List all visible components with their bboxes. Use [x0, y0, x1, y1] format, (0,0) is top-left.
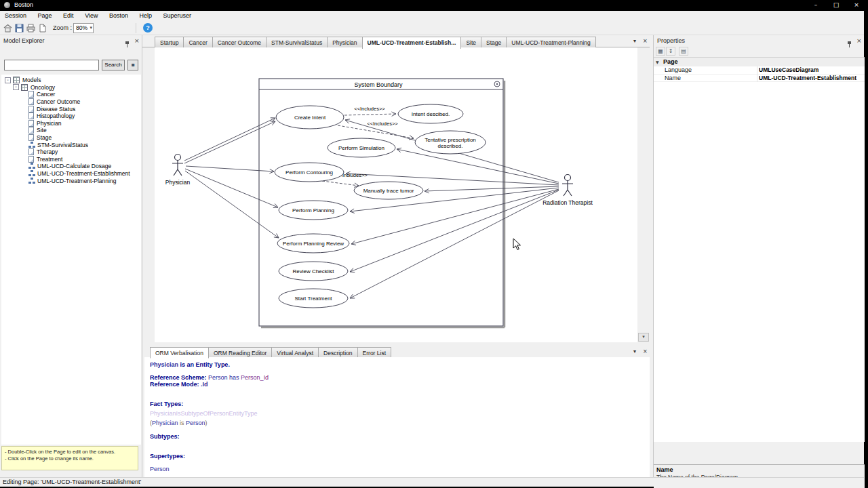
- menu-boston[interactable]: Boston: [104, 11, 133, 21]
- tree-item-histopathology[interactable]: Histopathology: [1, 113, 141, 120]
- property-row-name[interactable]: Name UML-UCD-Treatment-Establishment: [654, 75, 865, 83]
- property-value[interactable]: UML-UCD-Treatment-Establishment: [759, 75, 856, 83]
- svg-text:Intent descibed.: Intent descibed.: [412, 111, 450, 117]
- tab-overflow-icon[interactable]: ▾: [633, 38, 636, 45]
- print-icon[interactable]: [26, 23, 36, 33]
- tree-item-stm-survivalstatus[interactable]: STM-SurvivalStatus: [1, 141, 141, 148]
- tree-item-uml-ucd-calculate-dosage[interactable]: UML-UCD-Calculate Dosage: [1, 163, 141, 170]
- tree-item-cancer-outcome[interactable]: Cancer Outcome: [1, 98, 141, 106]
- tree-item-uml-ucd-treatment-planning[interactable]: UML-UCD-Treatment-Planning: [1, 177, 141, 184]
- property-value[interactable]: UMLUseCaseDiagram: [759, 66, 818, 75]
- tree-item-label: Models: [22, 77, 41, 83]
- usecase-intent-described[interactable]: Intent descibed.: [398, 104, 463, 123]
- zoom-select[interactable]: 80% ▾: [73, 23, 94, 33]
- search-options-icon[interactable]: ▪: [127, 60, 138, 70]
- tab-physician[interactable]: Physician: [327, 37, 362, 48]
- tree-item-label: Therapy: [37, 148, 58, 155]
- page-icon: [28, 91, 34, 98]
- menu-help[interactable]: Help: [135, 11, 157, 21]
- usecase-perform-simulation[interactable]: Perform Simulation: [328, 138, 395, 157]
- menu-session[interactable]: Session: [0, 11, 31, 21]
- tree-item-oncology[interactable]: -Oncology: [1, 84, 141, 92]
- search-button[interactable]: Search: [102, 60, 125, 70]
- tab-stage[interactable]: Stage: [481, 37, 507, 48]
- tab-cancer[interactable]: Cancer: [183, 37, 212, 48]
- tree-item-models[interactable]: -Models: [1, 77, 141, 84]
- collapse-icon[interactable]: -: [13, 84, 19, 90]
- usecase-perform-planning[interactable]: Perform Planning: [279, 201, 348, 220]
- canvas-scrollbar[interactable]: ▾: [637, 47, 650, 342]
- tree-item-label: Site: [37, 127, 47, 134]
- search-input[interactable]: [4, 60, 99, 70]
- svg-text:<<Includes>>: <<Includes>>: [367, 121, 398, 127]
- tab-site[interactable]: Site: [460, 37, 481, 48]
- maximize-button[interactable]: □: [827, 0, 846, 11]
- new-page-icon[interactable]: [37, 23, 47, 33]
- entity-name: Physician: [152, 420, 178, 426]
- usecase-perform-contouring[interactable]: Perform Contouring: [275, 163, 344, 182]
- tree-item-label: Stage: [37, 134, 52, 141]
- help-icon[interactable]: ?: [143, 23, 153, 33]
- tree-item-stage[interactable]: Stage: [1, 134, 141, 142]
- bottom-overflow-icon[interactable]: ▾: [633, 348, 636, 355]
- verbalization-text: is an Entity Type.: [180, 361, 230, 368]
- verbalization-line: Reference Mode: .Id: [150, 381, 208, 388]
- tab-startup[interactable]: Startup: [155, 37, 184, 48]
- zoom-dropdown-icon[interactable]: ▾: [90, 24, 92, 33]
- svg-text:Perform Planning Review: Perform Planning Review: [283, 241, 344, 247]
- verbalization-text: Person has: [208, 374, 241, 381]
- scroll-down-icon[interactable]: ▾: [638, 333, 649, 342]
- tab-orm-verbalisation[interactable]: ORM Verbalisation: [150, 347, 209, 359]
- supertype-link[interactable]: Person: [150, 466, 170, 472]
- panel-close-icon[interactable]: ×: [134, 38, 140, 44]
- tab-uml-ucd-treatment-establishment[interactable]: UML-UCD-Treatment-Establish...: [362, 37, 462, 49]
- zoom-label: Zoom :: [53, 24, 72, 31]
- pin-icon[interactable]: [125, 41, 130, 47]
- sort-alphabetical-icon[interactable]: ↕: [666, 47, 675, 56]
- diagram-canvas[interactable]: System Boundary: [155, 47, 637, 342]
- actor-radiation-therapist[interactable]: Radiation Therapist: [542, 175, 593, 207]
- menu-edit[interactable]: Edit: [58, 11, 79, 21]
- tree-item-site[interactable]: Site: [1, 127, 141, 134]
- usecase-manually-trace-tumor[interactable]: Manually trace tumor: [354, 182, 423, 199]
- actor-physician[interactable]: Physician: [165, 155, 191, 186]
- home-icon[interactable]: [3, 23, 13, 33]
- tree-item-therapy[interactable]: Therapy: [1, 148, 141, 156]
- close-button[interactable]: ×: [847, 0, 866, 11]
- tree-item-label: Cancer: [37, 91, 55, 98]
- panel-close-icon[interactable]: ×: [856, 38, 862, 44]
- usecase-start-treatment[interactable]: Start Treatment: [279, 289, 348, 308]
- tree-item-physician[interactable]: Physician: [1, 120, 141, 127]
- collapse-icon[interactable]: -: [5, 77, 11, 83]
- properties-header: Properties: [654, 35, 864, 46]
- usecase-perform-planning-review[interactable]: Perform Planning Review: [277, 234, 349, 253]
- usecase-tentative-prescription[interactable]: Tentative prescription described.: [415, 131, 486, 154]
- tree-item-label: Cancer Outcome: [37, 98, 80, 105]
- property-row-language[interactable]: Language UMLUseCaseDiagram: [654, 66, 865, 75]
- usecase-review-checklist[interactable]: Review Checklist: [279, 262, 348, 281]
- usecase-create-intent[interactable]: Create Intent: [276, 106, 344, 129]
- menu-view[interactable]: View: [80, 11, 102, 21]
- hint-line: - Click on the Page to change its name.: [5, 455, 135, 462]
- bottom-close-icon[interactable]: ×: [643, 348, 648, 355]
- tree-item-cancer[interactable]: Cancer: [1, 91, 141, 98]
- zoom-value: 80%: [76, 24, 87, 31]
- property-pages-icon[interactable]: ▤: [679, 47, 688, 56]
- tree-item-label: Disease Status: [37, 106, 75, 113]
- minimize-button[interactable]: –: [806, 0, 825, 11]
- document-tabs: StartupCancerCancer OutcomeSTM-SurvivalS…: [155, 35, 595, 47]
- tree-item-treatment[interactable]: Treatment: [1, 156, 141, 163]
- save-icon[interactable]: [14, 23, 24, 33]
- category-row-page[interactable]: ▼ Page: [654, 58, 865, 66]
- tree-item-uml-ucd-treatment-establishment[interactable]: UML-UCD-Treatment-Establishment: [1, 170, 141, 178]
- menu-page[interactable]: Page: [33, 11, 57, 21]
- svg-text:Perform Simulation: Perform Simulation: [338, 145, 384, 151]
- menu-superuser[interactable]: Superuser: [159, 11, 197, 21]
- tree-item-disease-status[interactable]: Disease Status: [1, 105, 141, 113]
- tab-stm-survivalstatus[interactable]: STM-SurvivalStatus: [266, 37, 328, 48]
- tab-cancer-outcome[interactable]: Cancer Outcome: [212, 37, 267, 48]
- categorized-icon[interactable]: ▦: [656, 47, 665, 56]
- tab-uml-ucd-treatment-planning[interactable]: UML-UCD-Treatment-Planning: [506, 37, 595, 48]
- tab-close-icon[interactable]: ×: [643, 38, 648, 45]
- category-expand-icon[interactable]: ▼: [656, 58, 659, 66]
